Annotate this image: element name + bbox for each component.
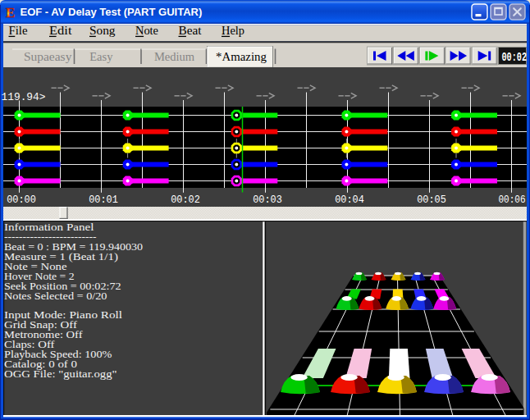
- svg-text:Supaeasy: Supaeasy: [24, 51, 72, 63]
- svg-text:EOF - AV Delay Test (PART GUIT: EOF - AV Delay Test (PART GUITAR): [21, 6, 203, 18]
- svg-text:00:01: 00:01: [89, 194, 118, 206]
- svg-text:00:02: 00:02: [502, 51, 528, 64]
- svg-text:00:00: 00:00: [7, 194, 36, 206]
- svg-text:Edit: Edit: [49, 25, 72, 37]
- svg-text:00:04: 00:04: [335, 194, 364, 206]
- svg-text:*Amazing: *Amazing: [216, 51, 267, 63]
- svg-text:E: E: [6, 5, 15, 21]
- svg-text:Song: Song: [89, 25, 116, 37]
- svg-text:00:05: 00:05: [417, 194, 446, 206]
- svg-text:Help: Help: [222, 25, 244, 37]
- svg-text:File: File: [9, 25, 28, 37]
- svg-text:Note: Note: [135, 25, 158, 37]
- svg-text:Medium: Medium: [154, 51, 194, 63]
- svg-text:Easy: Easy: [89, 51, 112, 63]
- svg-text:OGG File: "guitar.ogg": OGG File: "guitar.ogg": [4, 368, 117, 380]
- svg-text:119.94>: 119.94>: [2, 92, 46, 103]
- svg-text:00:03: 00:03: [253, 194, 282, 206]
- svg-text:00:02: 00:02: [171, 194, 200, 206]
- svg-text:00:06: 00:06: [499, 194, 526, 206]
- svg-text:Beat: Beat: [179, 25, 202, 37]
- svg-text:Notes Selected = 0/20: Notes Selected = 0/20: [4, 290, 107, 302]
